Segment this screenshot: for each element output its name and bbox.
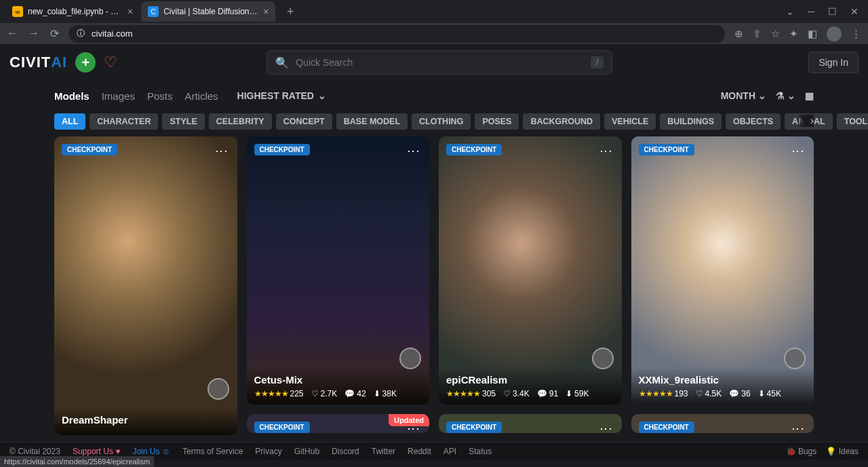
- browser-tab-colab[interactable]: ∞ new_colab_file.ipynb - Colaborat ×: [5, 1, 140, 22]
- browser-actions: ⊕ ⇧ ☆ ✦ ◧ ⋮: [734, 26, 861, 41]
- download-count: 38K: [382, 389, 397, 398]
- footer-join[interactable]: Join Us ☺: [132, 447, 170, 456]
- site-info-icon[interactable]: ⓘ: [77, 28, 85, 39]
- tag-tool[interactable]: TOOL: [837, 113, 868, 130]
- footer-twitter[interactable]: Twitter: [372, 447, 395, 456]
- kebab-icon[interactable]: ⋮: [851, 28, 861, 40]
- share-icon[interactable]: ⇧: [753, 28, 762, 40]
- model-card-peek[interactable]: CHECKPOINT ⋮: [439, 414, 622, 433]
- search-box[interactable]: 🔍 /: [267, 50, 612, 75]
- grid-col: CHECKPOINT ⋮ epiCRealism ★★★★★305 ♡3.4K …: [439, 136, 622, 435]
- model-card-xxmix[interactable]: CHECKPOINT ⋮ XXMix_9realistic ★★★★★193 ♡…: [631, 136, 814, 405]
- checkpoint-badge: CHECKPOINT: [639, 422, 694, 433]
- search-icon: 🔍: [275, 56, 289, 69]
- tag-basemodel[interactable]: BASE MODEL: [336, 113, 408, 130]
- creator-avatar[interactable]: [592, 348, 614, 369]
- tag-concept[interactable]: CONCEPT: [276, 113, 332, 130]
- colab-favicon-icon: ∞: [12, 6, 23, 17]
- tag-vehicle[interactable]: VEHICLE: [604, 113, 656, 130]
- minimize-icon[interactable]: ─: [808, 6, 814, 17]
- checkpoint-badge: CHECKPOINT: [254, 422, 310, 433]
- tag-celebrity[interactable]: CELEBRITY: [209, 113, 272, 130]
- tab-models[interactable]: Models: [54, 90, 90, 102]
- grid-col: CHECKPOINT ⋮ Cetus-Mix ★★★★★225 ♡2.7K 💬4…: [247, 136, 430, 435]
- card-menu-icon[interactable]: ⋮: [791, 145, 806, 156]
- footer-api[interactable]: API: [443, 447, 456, 456]
- creator-avatar[interactable]: [399, 348, 421, 369]
- card-menu-icon[interactable]: ⋮: [791, 423, 806, 433]
- window-controls: ⌄ ─ ☐ ✕: [786, 6, 868, 17]
- tag-buildings[interactable]: BUILDINGS: [660, 113, 722, 130]
- card-title: DreamShaper: [62, 414, 230, 426]
- comment-icon: 💬: [537, 389, 547, 398]
- scroll-right-icon[interactable]: ›: [797, 115, 814, 127]
- tag-objects[interactable]: OBJECTS: [726, 113, 781, 130]
- card-stats: ★★★★★305 ♡3.4K 💬91 ⬇59K: [446, 389, 614, 398]
- star-icon: ★★★★★: [446, 389, 480, 398]
- model-card-dreamshaper[interactable]: CHECKPOINT ⋮ DreamShaper: [54, 136, 237, 435]
- forward-icon[interactable]: →: [28, 27, 39, 40]
- layout-grid-icon[interactable]: ▦: [805, 90, 814, 101]
- heart-icon: ♡: [696, 389, 703, 398]
- period-dropdown[interactable]: MONTH ⌄: [721, 90, 766, 101]
- signin-button[interactable]: Sign In: [808, 52, 859, 73]
- tab-posts[interactable]: Posts: [147, 90, 173, 102]
- install-icon[interactable]: ⊕: [734, 28, 743, 40]
- close-window-icon[interactable]: ✕: [850, 6, 859, 17]
- profile-avatar[interactable]: [827, 26, 842, 41]
- card-menu-icon[interactable]: ⋮: [599, 423, 614, 433]
- tag-character[interactable]: CHARACTER: [90, 113, 158, 130]
- footer-support[interactable]: Support Us ♥: [73, 447, 121, 456]
- footer-tos[interactable]: Terms of Service: [182, 447, 243, 456]
- tag-poses[interactable]: POSES: [475, 113, 519, 130]
- tag-clothing[interactable]: CLOTHING: [412, 113, 471, 130]
- footer-privacy[interactable]: Privacy: [255, 447, 281, 456]
- footer-github[interactable]: GitHub: [294, 447, 319, 456]
- address-field[interactable]: ⓘ civitai.com: [68, 25, 725, 43]
- tab-articles[interactable]: Articles: [184, 90, 218, 102]
- footer-discord[interactable]: Discord: [332, 447, 359, 456]
- card-menu-icon[interactable]: ⋮: [406, 145, 421, 156]
- footer-status[interactable]: Status: [469, 447, 492, 456]
- creator-avatar[interactable]: [208, 378, 229, 400]
- chevron-down-icon[interactable]: ⌄: [786, 6, 794, 17]
- tag-style[interactable]: STYLE: [162, 113, 204, 130]
- reload-icon[interactable]: ⟳: [50, 27, 59, 40]
- search-input[interactable]: [296, 57, 584, 68]
- search-shortcut: /: [591, 56, 604, 69]
- grid-col: CHECKPOINT ⋮ DreamShaper: [54, 136, 237, 435]
- model-card-peek[interactable]: Updated CHECKPOINT ⋮: [247, 414, 430, 433]
- footer-bugs[interactable]: 🐞 Bugs: [786, 447, 817, 456]
- model-card-cetusmix[interactable]: CHECKPOINT ⋮ Cetus-Mix ★★★★★225 ♡2.7K 💬4…: [247, 136, 430, 405]
- model-card-epicrealism[interactable]: CHECKPOINT ⋮ epiCRealism ★★★★★305 ♡3.4K …: [439, 136, 622, 405]
- tab-images[interactable]: Images: [102, 90, 135, 102]
- create-button[interactable]: +: [75, 52, 96, 73]
- close-icon[interactable]: ×: [127, 6, 133, 17]
- extensions-icon[interactable]: ✦: [789, 28, 798, 40]
- browser-tab-civitai[interactable]: C Civitai | Stable Diffusion models, ×: [141, 1, 275, 22]
- maximize-icon[interactable]: ☐: [828, 6, 837, 17]
- creator-avatar[interactable]: [784, 348, 806, 369]
- nav-buttons: ← → ⟳: [7, 27, 59, 40]
- browser-chrome: ∞ new_colab_file.ipynb - Colaborat × C C…: [0, 0, 868, 44]
- tag-background[interactable]: BACKGROUND: [523, 113, 600, 130]
- comment-count: 91: [549, 389, 558, 398]
- tag-all[interactable]: ALL: [54, 113, 85, 130]
- sidepanel-icon[interactable]: ◧: [808, 28, 817, 40]
- footer-reddit[interactable]: Reddit: [408, 447, 431, 456]
- bookmark-icon[interactable]: ☆: [771, 28, 780, 40]
- back-icon[interactable]: ←: [7, 27, 18, 40]
- new-tab-button[interactable]: +: [281, 2, 300, 21]
- sort-dropdown[interactable]: HIGHEST RATED ⌄: [237, 90, 326, 101]
- footer-ideas[interactable]: 💡 Ideas: [826, 447, 859, 456]
- close-icon[interactable]: ×: [263, 6, 269, 17]
- heart-icon[interactable]: ♡: [104, 54, 117, 71]
- card-menu-icon[interactable]: ⋮: [214, 145, 229, 156]
- model-card-peek[interactable]: CHECKPOINT ⋮: [631, 414, 814, 433]
- tab-title: Civitai | Stable Diffusion models,: [163, 7, 258, 16]
- card-menu-icon[interactable]: ⋮: [599, 145, 614, 156]
- civitai-logo[interactable]: CIVITAI: [9, 54, 67, 71]
- updated-badge: Updated: [389, 414, 429, 426]
- download-count: 59K: [574, 389, 589, 398]
- filter-button[interactable]: ⚗⌄: [776, 90, 795, 101]
